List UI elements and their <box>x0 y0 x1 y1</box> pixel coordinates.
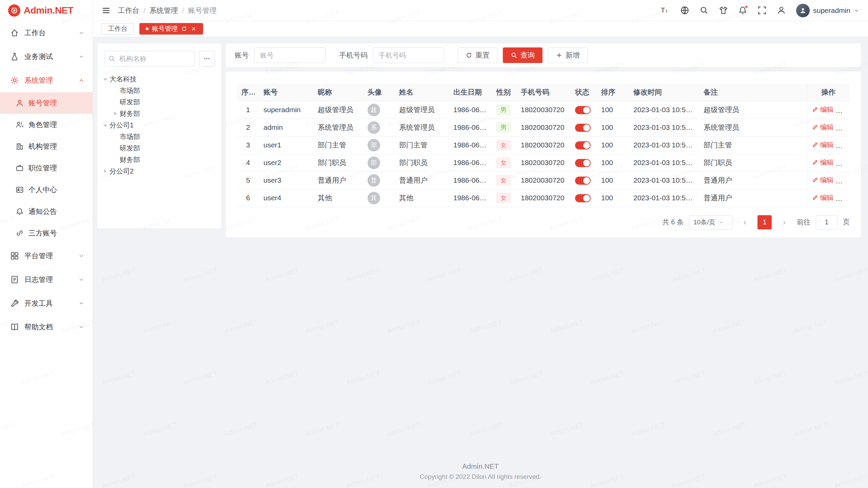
sidebar-item-log-management[interactable]: 日志管理 <box>0 268 93 291</box>
add-button[interactable]: 新增 <box>548 47 588 63</box>
caret-placeholder <box>114 135 117 139</box>
prev-page-button[interactable]: ‹ <box>738 215 752 229</box>
cell-name: 系统管理员 <box>395 119 449 136</box>
status-toggle[interactable] <box>575 124 591 132</box>
sidebar-item-workbench[interactable]: 工作台 <box>0 21 93 45</box>
avatar: 部 <box>368 139 380 151</box>
user-menu[interactable]: superadmin <box>796 4 859 17</box>
avatar: 部 <box>368 157 380 169</box>
tree-node[interactable]: 财务部 <box>104 108 215 119</box>
org-more-button[interactable] <box>199 51 215 66</box>
cell-remark: 部门职员 <box>699 154 807 171</box>
breadcrumb-item[interactable]: 工作台 <box>118 6 139 15</box>
status-toggle[interactable] <box>575 141 591 149</box>
sidebar-item-personal-center[interactable]: 个人中心 <box>0 179 93 201</box>
sidebar-item-role-management[interactable]: 角色管理 <box>0 114 93 136</box>
goto-page-input[interactable] <box>816 215 837 229</box>
caret-down-icon[interactable] <box>103 124 107 127</box>
cell-no: 2 <box>237 119 259 136</box>
next-page-button[interactable]: › <box>777 215 791 229</box>
cell-remark: 普通用户 <box>699 171 807 189</box>
sidebar-item-position-management[interactable]: 职位管理 <box>0 157 93 179</box>
tree-node[interactable]: 分公司1 <box>104 119 215 131</box>
sidebar-item-notice-announcement[interactable]: 通知公告 <box>0 201 93 222</box>
cell-remark: 普通用户 <box>699 189 807 207</box>
close-icon[interactable] <box>191 26 197 32</box>
edit-button[interactable]: 编辑 <box>812 158 834 167</box>
tree-node[interactable]: 研发部 <box>104 96 215 108</box>
sidebar-item-help-docs[interactable]: 帮助文档 <box>0 315 93 339</box>
row-more-button[interactable] <box>840 107 848 115</box>
page-size-select[interactable]: 10条/页 <box>689 215 732 229</box>
sidebar-item-dev-tools[interactable]: 开发工具 <box>0 291 93 315</box>
caret-right-icon[interactable] <box>114 111 117 116</box>
tree-node[interactable]: 研发部 <box>104 142 215 154</box>
sidebar-item-organization-management[interactable]: 机构管理 <box>0 136 93 157</box>
row-more-button[interactable] <box>840 195 848 203</box>
search-icon[interactable] <box>699 6 709 15</box>
org-name-search-input[interactable] <box>104 51 195 66</box>
tree-node[interactable]: 市场部 <box>104 131 215 142</box>
notification-icon[interactable] <box>738 6 747 15</box>
caret-down-icon[interactable] <box>103 78 107 81</box>
status-toggle[interactable] <box>575 194 591 202</box>
tab-account-management[interactable]: 账号管理 <box>139 23 203 35</box>
profile-icon[interactable] <box>777 6 786 15</box>
cell-nickname: 其他 <box>313 189 363 207</box>
caret-right-icon[interactable] <box>104 169 106 173</box>
status-toggle[interactable] <box>575 177 591 185</box>
status-toggle[interactable] <box>575 159 591 167</box>
app-logo-text: Admin.NET <box>24 5 73 16</box>
language-icon[interactable] <box>680 6 689 15</box>
menu-collapse-icon[interactable] <box>102 6 111 15</box>
row-more-button[interactable] <box>840 142 848 150</box>
row-more-button[interactable] <box>840 160 848 167</box>
status-toggle[interactable] <box>575 106 591 114</box>
sidebar-item-third-party-account[interactable]: 三方账号 <box>0 222 93 244</box>
phone-filter-input[interactable] <box>373 47 444 63</box>
app-logo[interactable]: Admin.NET <box>0 0 93 21</box>
users-icon <box>16 121 24 129</box>
cell-phone: 18020030720 <box>516 101 571 119</box>
cell-no: 6 <box>237 189 259 207</box>
row-more-button[interactable] <box>840 125 848 132</box>
tree-node[interactable]: 分公司2 <box>104 165 215 177</box>
breadcrumb-item[interactable]: 系统管理 <box>150 6 178 15</box>
reset-button[interactable]: 重置 <box>458 47 497 63</box>
tree-node[interactable]: 市场部 <box>104 85 215 96</box>
bell-icon <box>16 207 24 216</box>
tree-node[interactable]: 财务部 <box>104 154 215 165</box>
cell-modified-time: 2023-01-03 10:59:44 <box>629 119 699 136</box>
gender-badge: 女 <box>496 158 511 168</box>
cell-gender: 女 <box>492 136 516 154</box>
tree-node[interactable]: 大名科技 <box>104 73 215 85</box>
edit-button[interactable]: 编辑 <box>812 123 834 132</box>
sidebar-item-business-test[interactable]: 业务测试 <box>0 45 93 68</box>
search-button[interactable]: 查询 <box>503 47 542 63</box>
tree-node-label: 分公司2 <box>110 167 134 176</box>
right-column: 账号 手机号码 重置 查询 新增 <box>226 43 861 238</box>
edit-button[interactable]: 编辑 <box>812 176 834 185</box>
sidebar-item-label: 平台管理 <box>24 251 53 261</box>
cell-avatar: 普 <box>363 171 395 189</box>
fullscreen-icon[interactable] <box>757 6 767 15</box>
current-page-button[interactable]: 1 <box>757 215 772 229</box>
refresh-icon[interactable] <box>181 26 187 32</box>
edit-button[interactable]: 编辑 <box>812 140 834 149</box>
font-size-icon[interactable]: Tt <box>661 6 670 15</box>
briefcase-icon <box>16 164 24 172</box>
sidebar-item-system-management[interactable]: 系统管理 <box>0 68 93 92</box>
cell-status <box>571 171 597 189</box>
edit-button[interactable]: 编辑 <box>812 193 834 202</box>
sidebar-item-account-management[interactable]: 账号管理 <box>0 92 93 114</box>
account-filter-input[interactable] <box>254 47 326 63</box>
row-more-button[interactable] <box>840 178 848 185</box>
sidebar: Admin.NET 工作台 业务测试 <box>0 0 93 488</box>
sidebar-item-platform-management[interactable]: 平台管理 <box>0 244 93 268</box>
theme-icon[interactable] <box>719 6 728 15</box>
book-icon <box>10 323 19 331</box>
edit-button[interactable]: 编辑 <box>812 105 834 114</box>
tab-workbench[interactable]: 工作台 <box>102 23 134 35</box>
sidebar-item-label: 日志管理 <box>24 275 53 284</box>
ellipsis-icon <box>840 178 848 185</box>
